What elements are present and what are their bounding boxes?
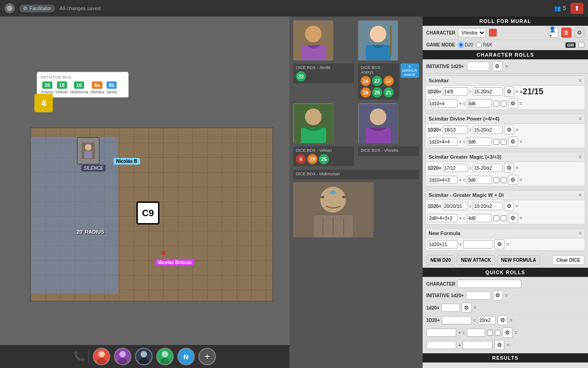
qr-last-formula-input2[interactable] bbox=[463, 341, 492, 349]
weapon-formula-c-input-3[interactable] bbox=[467, 214, 492, 222]
map-character-portrait bbox=[77, 137, 100, 165]
weapon-roll-button-4[interactable]: ⚙ bbox=[494, 239, 504, 249]
weapon-formula-c-input-1[interactable] bbox=[467, 138, 492, 146]
qr-last-formula-input[interactable] bbox=[426, 341, 456, 349]
weapon-checkbox2-3[interactable] bbox=[501, 215, 507, 221]
new-formula-button[interactable]: NEW FORMULA bbox=[497, 255, 540, 265]
weapon-checkbox2-2[interactable] bbox=[501, 177, 507, 183]
nicolas-briozzo-label: Nicolas Briozzo bbox=[155, 259, 194, 266]
map-grid[interactable]: SILENCE Nicolás B C9 20' RADIUS Nicolas … bbox=[30, 127, 273, 302]
weapon-crit-input-3[interactable] bbox=[473, 202, 503, 210]
initiative-roll-button[interactable]: ⚙ bbox=[492, 61, 503, 71]
weapon-formula-main-input-4[interactable] bbox=[428, 240, 458, 248]
character-select[interactable]: Vhindra bbox=[458, 28, 486, 37]
qr-crit-roll-button[interactable]: ⚙ bbox=[498, 315, 508, 325]
weapon-close-1[interactable]: × bbox=[578, 115, 582, 122]
clear-dice-button[interactable]: Clear DICE bbox=[552, 255, 584, 265]
new-d20-button[interactable]: NEW D20 bbox=[426, 255, 455, 265]
d20-radio[interactable] bbox=[458, 42, 464, 48]
qr-initiative-input[interactable] bbox=[466, 291, 491, 299]
weapon-checkbox-2[interactable] bbox=[493, 177, 499, 183]
map-area: INITIATIVE BOX 26 Anerys 18 Virkian 16 M… bbox=[0, 17, 289, 368]
add-character-button[interactable]: 👤+ bbox=[548, 28, 559, 38]
weapon-formula-input-1[interactable] bbox=[428, 138, 458, 146]
qr-1d20-crit-input[interactable] bbox=[442, 316, 472, 324]
delete-character-button[interactable]: 🗑 bbox=[561, 28, 571, 38]
qr-checkbox2[interactable] bbox=[495, 330, 501, 336]
upload-button[interactable]: ⬆ bbox=[571, 3, 583, 14]
weapon-name-input-2[interactable] bbox=[429, 154, 578, 160]
weapon-formula-roll-button-1[interactable]: ⚙ bbox=[508, 137, 518, 147]
weapon-crit-input-2[interactable] bbox=[473, 164, 503, 172]
weapon-formula-roll-button-2[interactable]: ⚙ bbox=[508, 175, 518, 185]
qr-formula-input[interactable] bbox=[426, 328, 456, 337]
qr-checkbox[interactable] bbox=[487, 330, 493, 336]
qr-1d20-input[interactable] bbox=[441, 304, 460, 312]
weapon-crit-input-1[interactable] bbox=[473, 126, 503, 134]
weapon-checkbox-3[interactable] bbox=[493, 215, 499, 221]
character-color-swatch[interactable] bbox=[489, 29, 497, 37]
weapon-d20-input-2[interactable] bbox=[443, 164, 468, 172]
weapon-roll-button-2[interactable]: ⚙ bbox=[504, 163, 514, 173]
mirror-image-button[interactable]: 8MIRRORIMAGE bbox=[401, 63, 419, 78]
qr-character-input[interactable] bbox=[457, 280, 521, 288]
rk-radio[interactable] bbox=[476, 42, 482, 48]
avatar-4[interactable]: N bbox=[177, 348, 195, 365]
add-player-button[interactable]: + bbox=[198, 348, 216, 365]
avatar-2[interactable] bbox=[135, 348, 153, 365]
weapon-d20-input-3[interactable] bbox=[443, 202, 468, 210]
new-attack-button[interactable]: NEW ATTACK bbox=[457, 255, 495, 265]
weapon-close-2[interactable]: × bbox=[578, 154, 582, 160]
qr-formula-roll-button[interactable]: ⚙ bbox=[503, 328, 513, 338]
initiative-equals: = bbox=[505, 63, 508, 69]
svg-point-24 bbox=[305, 109, 322, 125]
weapon-d20-input-1[interactable] bbox=[443, 126, 468, 134]
qr-crit-equals: = bbox=[509, 317, 512, 323]
rk-radio-label[interactable]: R&K bbox=[476, 42, 492, 48]
weapon-formula-input-2[interactable] bbox=[428, 176, 458, 184]
weapon-name-input-0[interactable] bbox=[429, 78, 578, 83]
initiative-input[interactable] bbox=[467, 62, 490, 71]
quick-rolls-title: QUICK ROLLS bbox=[423, 268, 588, 277]
d20-radio-label[interactable]: D20 bbox=[458, 42, 473, 48]
anerys-roll-5: 21 bbox=[384, 87, 394, 98]
weapon-formula-input-3[interactable] bbox=[428, 214, 458, 222]
avatar-1[interactable] bbox=[114, 348, 131, 365]
weapon-close-3[interactable]: × bbox=[578, 192, 582, 198]
weapon-close-0[interactable]: × bbox=[578, 77, 582, 84]
weapon-formula-c-input-0[interactable] bbox=[467, 99, 492, 108]
weapon-name-input-1[interactable] bbox=[429, 116, 578, 121]
qr-crit-input[interactable] bbox=[477, 316, 496, 324]
weapon-formula-c-input-2[interactable] bbox=[467, 176, 492, 184]
weapon-name-input-3[interactable] bbox=[429, 192, 578, 198]
weapon-formula-roll-button-0[interactable]: ⚙ bbox=[508, 98, 518, 109]
qr-initiative-roll-button[interactable]: ⚙ bbox=[493, 290, 503, 300]
weapon-close-4[interactable]: × bbox=[578, 230, 582, 236]
weapon-formula-input-0[interactable] bbox=[428, 99, 458, 108]
qr-last-plus: + bbox=[458, 342, 461, 348]
weapon-roll-button-3[interactable]: ⚙ bbox=[504, 201, 514, 211]
avatar-0[interactable] bbox=[93, 348, 110, 365]
weapon-formula-equals-0: = bbox=[520, 101, 522, 106]
phone-icon[interactable]: 📞 bbox=[74, 351, 85, 362]
weapon-crit-input-0[interactable] bbox=[473, 87, 503, 96]
weapon-formula-secondary-input-4[interactable] bbox=[463, 240, 493, 248]
settings-button[interactable]: ⚙ bbox=[574, 28, 584, 38]
anerys-dice-header: DICE BOX - Anerys bbox=[361, 65, 396, 75]
weapon-d20-input-0[interactable] bbox=[443, 87, 468, 96]
weapon-checkbox-0[interactable] bbox=[493, 101, 499, 107]
gm-checkbox[interactable] bbox=[578, 42, 584, 48]
qr-formula-c-input[interactable] bbox=[467, 328, 485, 337]
qr-last-roll-button[interactable]: ⚙ bbox=[494, 340, 504, 350]
weapon-checkbox2-0[interactable] bbox=[501, 101, 507, 107]
weapon-roll-button-0[interactable]: ⚙ bbox=[504, 86, 514, 97]
weapon-formula-roll-button-3[interactable]: ⚙ bbox=[508, 213, 518, 223]
weapon-checkbox-1[interactable] bbox=[493, 139, 499, 145]
weapon-checkbox2-1[interactable] bbox=[501, 139, 507, 145]
qr-c2-label: c bbox=[463, 330, 465, 335]
weapon-name-input-4[interactable] bbox=[429, 230, 578, 236]
qr-1d20-crit-label: 1D20+ bbox=[426, 318, 440, 323]
weapon-roll-button-1[interactable]: ⚙ bbox=[504, 125, 514, 135]
qr-1d20-roll-button[interactable]: ⚙ bbox=[462, 303, 472, 313]
avatar-3[interactable] bbox=[156, 348, 174, 365]
